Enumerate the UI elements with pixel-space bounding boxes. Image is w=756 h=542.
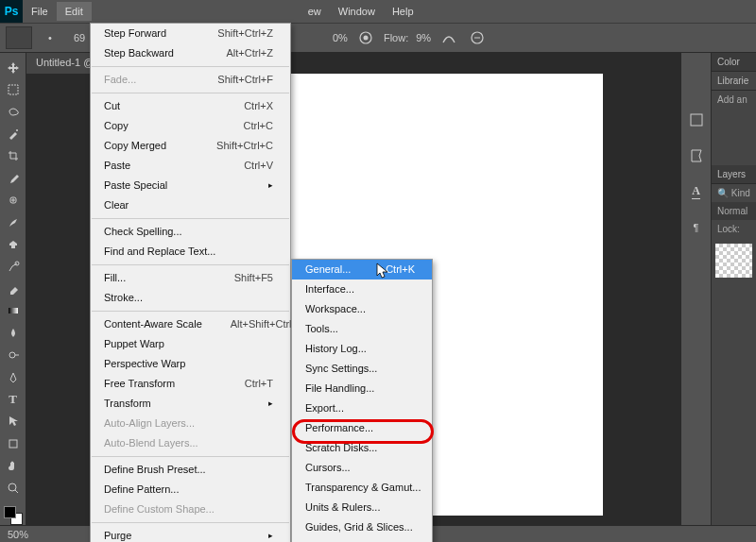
edit-menu-item-label: Auto-Align Layers... bbox=[104, 416, 195, 431]
tool-hand[interactable] bbox=[3, 457, 24, 475]
libraries-panel-tab[interactable]: Librarie bbox=[712, 72, 756, 91]
edit-menu-item-define-brush-preset[interactable]: Define Brush Preset... bbox=[91, 460, 290, 480]
edit-menu-item-find-and-replace-text[interactable]: Find and Replace Text... bbox=[91, 242, 290, 262]
pref-menu-item-tools[interactable]: Tools... bbox=[292, 319, 432, 339]
pref-menu-item-interface[interactable]: Interface... bbox=[292, 279, 432, 299]
edit-menu-item-purge[interactable]: Purge▸ bbox=[91, 526, 290, 542]
tool-move[interactable] bbox=[3, 59, 24, 76]
pref-menu-item-general[interactable]: General...Ctrl+K bbox=[292, 260, 432, 279]
edit-menu-item-copy-merged[interactable]: Copy MergedShift+Ctrl+C bbox=[91, 136, 290, 156]
tool-dodge[interactable] bbox=[3, 346, 24, 364]
tool-lasso[interactable] bbox=[3, 103, 24, 121]
tool-pen[interactable] bbox=[3, 368, 24, 386]
collapsed-panels-strip: A ¶ bbox=[680, 53, 711, 525]
foreground-background-colors[interactable] bbox=[4, 506, 23, 524]
tool-wand[interactable] bbox=[3, 125, 24, 143]
edit-menu-item-cut[interactable]: CutCtrl+X bbox=[91, 96, 290, 116]
edit-menu-item-define-pattern[interactable]: Define Pattern... bbox=[91, 480, 290, 500]
brush-preview-icon[interactable]: • bbox=[40, 27, 60, 48]
edit-menu-item-shortcut: Alt+Ctrl+Z bbox=[226, 46, 273, 60]
edit-menu-item-content-aware-scale[interactable]: Content-Aware ScaleAlt+Shift+Ctrl+C bbox=[91, 314, 290, 334]
edit-menu-item-transform[interactable]: Transform▸ bbox=[91, 394, 290, 414]
edit-menu-item-paste-special[interactable]: Paste Special▸ bbox=[91, 176, 290, 195]
tool-history-brush[interactable] bbox=[3, 258, 24, 276]
brush-size-value[interactable]: 69 bbox=[68, 32, 91, 43]
tool-brush[interactable] bbox=[3, 213, 24, 231]
menu-file[interactable]: File bbox=[23, 2, 57, 21]
tool-stamp[interactable] bbox=[3, 235, 24, 253]
tool-eraser[interactable] bbox=[3, 279, 24, 297]
pref-menu-item-file-handling[interactable]: File Handling... bbox=[292, 379, 432, 398]
edit-menu-item-shortcut: Shift+Ctrl+Z bbox=[217, 26, 273, 41]
edit-menu-separator bbox=[92, 522, 289, 523]
layers-lock-row: Lock: bbox=[712, 220, 756, 238]
layer-thumbnail[interactable] bbox=[715, 244, 752, 278]
edit-menu-item-label: Define Brush Preset... bbox=[104, 463, 206, 477]
edit-menu-item-fill[interactable]: Fill...Shift+F5 bbox=[91, 268, 290, 288]
edit-menu-item-copy[interactable]: CopyCtrl+C bbox=[91, 116, 290, 136]
tool-crop[interactable] bbox=[3, 147, 24, 165]
actions-panel-icon[interactable] bbox=[686, 145, 707, 166]
pref-menu-item-scratch-disks[interactable]: Scratch Disks... bbox=[292, 438, 432, 458]
tool-type[interactable]: T bbox=[3, 390, 24, 408]
edit-menu-item-label: Perspective Warp bbox=[104, 357, 185, 371]
edit-menu-item-label: Check Spelling... bbox=[104, 225, 182, 239]
flow-value[interactable]: 9% bbox=[416, 32, 431, 43]
layers-blend-mode[interactable]: Normal bbox=[712, 202, 756, 220]
zoom-level[interactable]: 50% bbox=[8, 529, 28, 540]
tool-gradient[interactable] bbox=[3, 302, 24, 320]
airbrush-icon[interactable] bbox=[438, 27, 459, 48]
pref-menu-item-export[interactable]: Export... bbox=[292, 398, 432, 418]
menu-help[interactable]: Help bbox=[384, 2, 422, 21]
pref-menu-item-workspace[interactable]: Workspace... bbox=[292, 299, 432, 319]
edit-menu-item-perspective-warp[interactable]: Perspective Warp bbox=[91, 354, 290, 374]
tool-marquee[interactable] bbox=[3, 80, 24, 98]
pref-menu-item-cursors[interactable]: Cursors... bbox=[292, 458, 432, 478]
pressure-size-icon[interactable] bbox=[467, 27, 488, 48]
tool-zoom[interactable] bbox=[3, 479, 24, 497]
tool-shape[interactable] bbox=[3, 434, 24, 452]
pref-menu-item-transparency-gamut[interactable]: Transparency & Gamut... bbox=[292, 478, 432, 498]
layers-panel-tab[interactable]: Layers bbox=[712, 165, 756, 184]
edit-menu-item-paste[interactable]: PasteCtrl+V bbox=[91, 156, 290, 176]
edit-menu-item-label: Free Transform bbox=[104, 377, 175, 391]
tool-blur[interactable] bbox=[3, 324, 24, 342]
pref-menu-item-label: Units & Rulers... bbox=[305, 500, 380, 515]
pref-menu-item-label: Scratch Disks... bbox=[305, 441, 377, 455]
pressure-opacity-icon[interactable] bbox=[355, 27, 376, 48]
edit-menu-item-step-forward[interactable]: Step ForwardShift+Ctrl+Z bbox=[91, 24, 290, 43]
pref-menu-item-units-rulers[interactable]: Units & Rulers... bbox=[292, 498, 432, 517]
tool-path-select[interactable] bbox=[3, 413, 24, 431]
pref-menu-item-performance[interactable]: Performance... bbox=[292, 418, 432, 438]
paragraph-panel-icon[interactable]: ¶ bbox=[686, 217, 707, 238]
svg-point-10 bbox=[9, 483, 16, 491]
pref-menu-item-plug-ins[interactable]: Plug-Ins... bbox=[292, 537, 432, 542]
tool-preset-swatch[interactable] bbox=[6, 26, 32, 49]
pref-menu-item-guides-grid-slices[interactable]: Guides, Grid & Slices... bbox=[292, 517, 432, 537]
edit-menu-item-auto-align-layers: Auto-Align Layers... bbox=[91, 414, 290, 433]
pref-menu-item-label: Cursors... bbox=[305, 461, 351, 475]
pref-menu-item-label: General... bbox=[305, 263, 351, 277]
edit-menu-item-free-transform[interactable]: Free TransformCtrl+T bbox=[91, 374, 290, 394]
menu-window[interactable]: Window bbox=[330, 2, 384, 21]
pref-menu-item-sync-settings[interactable]: Sync Settings... bbox=[292, 359, 432, 379]
character-panel-icon[interactable]: A bbox=[686, 181, 707, 202]
edit-menu-item-label: Fill... bbox=[104, 271, 126, 285]
history-panel-icon[interactable] bbox=[686, 110, 707, 130]
edit-menu-item-stroke[interactable]: Stroke... bbox=[91, 288, 290, 308]
edit-menu-item-step-backward[interactable]: Step BackwardAlt+Ctrl+Z bbox=[91, 43, 290, 63]
pref-menu-item-label: Guides, Grid & Slices... bbox=[305, 520, 413, 534]
color-panel-tab[interactable]: Color bbox=[712, 53, 756, 72]
menu-view-partial[interactable]: ew bbox=[300, 2, 330, 21]
tool-healing[interactable] bbox=[3, 192, 24, 210]
chevron-right-icon: ▸ bbox=[268, 178, 273, 193]
edit-menu-item-puppet-warp[interactable]: Puppet Warp bbox=[91, 334, 290, 354]
layers-kind-filter[interactable]: 🔍 Kind bbox=[712, 184, 756, 202]
edit-menu-separator bbox=[92, 93, 289, 93]
pref-menu-item-history-log[interactable]: History Log... bbox=[292, 339, 432, 359]
tool-eyedropper[interactable] bbox=[3, 169, 24, 187]
menu-edit[interactable]: Edit bbox=[57, 2, 92, 21]
svg-point-1 bbox=[363, 36, 368, 41]
edit-menu-item-check-spelling[interactable]: Check Spelling... bbox=[91, 222, 290, 242]
edit-menu-item-clear[interactable]: Clear bbox=[91, 195, 290, 215]
